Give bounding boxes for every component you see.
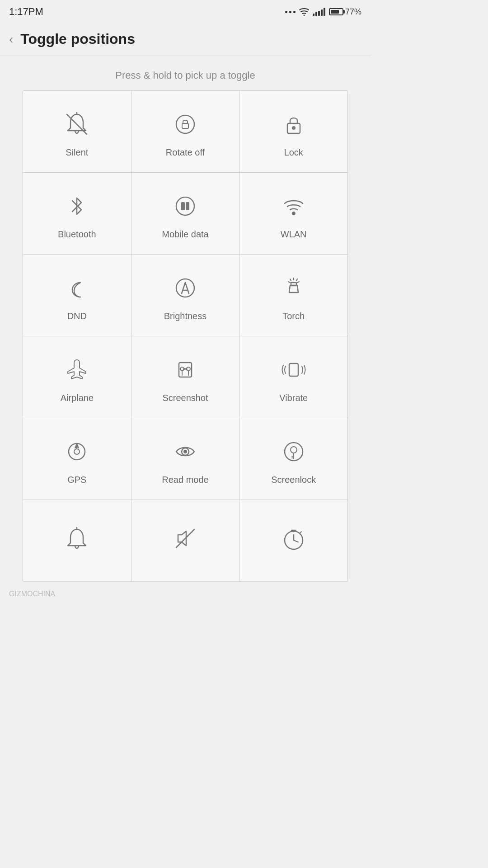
back-button[interactable]: ‹ — [9, 32, 13, 47]
watermark-text: GIZMOCHINA — [9, 590, 55, 598]
brightness-icon — [169, 272, 201, 304]
grid-row-6 — [23, 500, 347, 581]
torch-label: Torch — [282, 311, 305, 321]
svg-line-18 — [288, 282, 290, 283]
brightness-label: Brightness — [164, 311, 207, 321]
wlan-icon — [278, 190, 310, 222]
mobile-data-label: Mobile data — [162, 229, 208, 240]
timer-icon — [278, 523, 310, 554]
lock-label: Lock — [284, 147, 303, 158]
toggle-screenshot[interactable]: Screenshot — [131, 336, 240, 418]
header: ‹ Toggle positions — [0, 23, 371, 56]
more-icon — [285, 11, 296, 13]
signal-icon — [313, 8, 325, 16]
grid-row-4: Airplane Screenshot — [23, 336, 347, 418]
dnd-label: DND — [67, 311, 87, 321]
svg-point-7 — [176, 197, 194, 215]
silent-icon — [61, 108, 93, 140]
screenshot-label: Screenshot — [162, 393, 208, 403]
toggle-alarm[interactable] — [23, 500, 131, 581]
svg-point-28 — [74, 449, 80, 454]
toggle-rotate-off[interactable]: Rotate off — [131, 91, 240, 172]
svg-line-15 — [296, 279, 297, 281]
svg-rect-26 — [289, 363, 298, 376]
torch-icon — [278, 272, 310, 304]
toggle-wlan[interactable]: WLAN — [239, 173, 347, 254]
toggle-bluetooth[interactable]: Bluetooth — [23, 173, 131, 254]
airplane-label: Airplane — [61, 393, 94, 403]
grid-row-2: Bluetooth Mobile data — [23, 173, 347, 255]
page-title: Toggle positions — [20, 31, 135, 47]
bluetooth-icon — [61, 190, 93, 222]
svg-point-0 — [303, 15, 305, 16]
status-icons: 77% — [285, 7, 361, 17]
airplane-icon — [61, 354, 93, 386]
toggle-read-mode[interactable]: Read mode — [131, 418, 240, 500]
screenlock-label: Screenlock — [271, 475, 316, 485]
alarm-icon — [61, 523, 93, 554]
svg-line-42 — [294, 540, 298, 542]
svg-line-2 — [67, 114, 87, 134]
svg-point-11 — [176, 279, 194, 297]
toggle-airplane[interactable]: Airplane — [23, 336, 131, 418]
svg-rect-13 — [291, 283, 296, 286]
wifi-status-icon — [299, 8, 309, 16]
grid-row-1: Silent Rotate off Lock — [23, 91, 347, 173]
toggle-nosound[interactable] — [131, 500, 240, 581]
svg-line-17 — [297, 282, 299, 283]
read-mode-label: Read mode — [162, 475, 208, 485]
watermark: GIZMOCHINA — [0, 582, 371, 606]
battery-percentage: 77% — [345, 7, 361, 17]
grid-row-3: DND Brightness — [23, 255, 347, 336]
battery-indicator: 77% — [329, 7, 361, 17]
toggle-mobile-data[interactable]: Mobile data — [131, 173, 240, 254]
battery-icon — [329, 8, 343, 15]
grid-row-5: GPS Read mode — [23, 418, 347, 500]
bluetooth-label: Bluetooth — [58, 229, 96, 240]
nosound-icon — [169, 523, 201, 554]
toggle-silent[interactable]: Silent — [23, 91, 131, 172]
dnd-icon — [61, 272, 93, 304]
status-time: 1:17PM — [9, 6, 43, 18]
svg-point-3 — [176, 115, 194, 133]
toggle-lock[interactable]: Lock — [239, 91, 347, 172]
svg-point-6 — [292, 127, 295, 129]
screenlock-icon — [278, 436, 310, 467]
read-mode-icon — [169, 436, 201, 467]
toggle-brightness[interactable]: Brightness — [131, 255, 240, 336]
gps-label: GPS — [67, 475, 86, 485]
toggle-dnd[interactable]: DND — [23, 255, 131, 336]
svg-line-16 — [290, 279, 291, 281]
svg-point-31 — [184, 450, 187, 453]
instruction-text: Press & hold to pick up a toggle — [0, 56, 371, 90]
lock-icon — [278, 108, 310, 140]
rotate-off-label: Rotate off — [166, 147, 205, 158]
toggle-screenlock[interactable]: Screenlock — [239, 418, 347, 500]
mobile-data-icon — [169, 190, 201, 222]
svg-line-45 — [300, 532, 301, 533]
svg-rect-8 — [182, 203, 184, 210]
vibrate-icon — [278, 354, 310, 386]
toggle-torch[interactable]: Torch — [239, 255, 347, 336]
toggle-timer[interactable] — [239, 500, 347, 581]
screenshot-icon — [169, 354, 201, 386]
silent-label: Silent — [66, 147, 88, 158]
toggle-vibrate[interactable]: Vibrate — [239, 336, 347, 418]
vibrate-label: Vibrate — [279, 393, 308, 403]
rotate-off-icon — [169, 108, 201, 140]
toggle-grid: Silent Rotate off Lock — [23, 90, 348, 582]
svg-rect-9 — [186, 203, 189, 210]
status-bar: 1:17PM 77% — [0, 0, 371, 23]
gps-icon — [61, 436, 93, 467]
svg-rect-4 — [182, 123, 188, 128]
wlan-label: WLAN — [281, 229, 307, 240]
toggle-gps[interactable]: GPS — [23, 418, 131, 500]
svg-point-33 — [291, 447, 297, 453]
svg-point-10 — [292, 212, 295, 215]
